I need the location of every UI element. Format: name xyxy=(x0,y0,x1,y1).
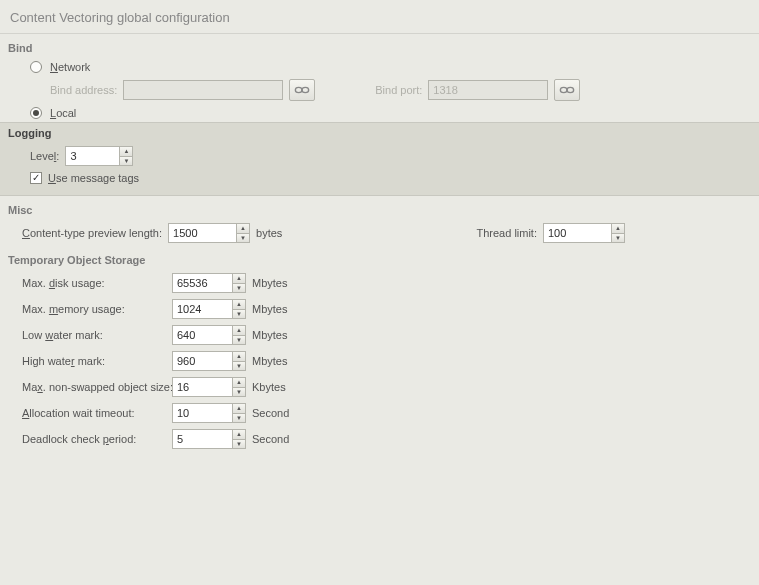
use-message-tags-label: Use message tags xyxy=(48,172,139,184)
storage-row-label: High water mark: xyxy=(22,355,172,367)
spin-up-icon[interactable]: ▲ xyxy=(233,274,245,284)
storage-row: Max. disk usage:▲▼Mbytes xyxy=(0,270,759,296)
spin-up-icon[interactable]: ▲ xyxy=(612,224,624,234)
storage-row-unit: Mbytes xyxy=(252,303,287,315)
storage-row-spinner[interactable]: ▲▼ xyxy=(172,273,246,293)
bind-address-input xyxy=(123,80,283,100)
spin-down-icon[interactable]: ▼ xyxy=(233,440,245,449)
bind-local-row[interactable]: Local xyxy=(0,104,759,122)
bind-address-link-icon[interactable] xyxy=(289,79,315,101)
logging-level-row: Level: ▲▼ xyxy=(8,143,751,169)
bind-network-radio[interactable] xyxy=(30,61,42,73)
storage-row-spinner[interactable]: ▲▼ xyxy=(172,325,246,345)
storage-row: Deadlock check period:▲▼Second xyxy=(0,426,759,452)
storage-row-label: Allocation wait timeout: xyxy=(22,407,172,419)
preview-length-input[interactable] xyxy=(168,223,236,243)
logging-level-label: Level: xyxy=(30,150,59,162)
storage-row-label: Low water mark: xyxy=(22,329,172,341)
use-message-tags-checkbox[interactable] xyxy=(30,172,42,184)
config-page: Content Vectoring global configuration B… xyxy=(0,0,759,452)
preview-length-unit: bytes xyxy=(256,227,282,239)
spin-down-icon[interactable]: ▼ xyxy=(233,284,245,293)
storage-row-label: Deadlock check period: xyxy=(22,433,172,445)
storage-row: Low water mark:▲▼Mbytes xyxy=(0,322,759,348)
svg-point-1 xyxy=(302,87,309,92)
logging-tags-row[interactable]: Use message tags xyxy=(8,169,751,187)
storage-heading: Temporary Object Storage xyxy=(0,246,759,270)
storage-row-unit: Mbytes xyxy=(252,277,287,289)
storage-row-input[interactable] xyxy=(172,299,232,319)
bind-heading: Bind xyxy=(0,34,759,58)
spin-down-icon[interactable]: ▼ xyxy=(233,388,245,397)
bind-port-input xyxy=(428,80,548,100)
preview-length-spinner[interactable]: ▲▼ xyxy=(168,223,250,243)
logging-heading: Logging xyxy=(8,127,751,143)
spin-up-icon[interactable]: ▲ xyxy=(233,326,245,336)
storage-row-spinner[interactable]: ▲▼ xyxy=(172,403,246,423)
chain-link-icon xyxy=(294,85,310,95)
spin-down-icon[interactable]: ▼ xyxy=(233,414,245,423)
storage-row: Allocation wait timeout:▲▼Second xyxy=(0,400,759,426)
spin-up-icon[interactable]: ▲ xyxy=(233,430,245,440)
svg-point-3 xyxy=(567,87,574,92)
bind-network-row[interactable]: Network xyxy=(0,58,759,76)
storage-row-input[interactable] xyxy=(172,325,232,345)
storage-rows: Max. disk usage:▲▼MbytesMax. memory usag… xyxy=(0,270,759,452)
svg-point-0 xyxy=(296,87,303,92)
storage-row-label: Max. disk usage: xyxy=(22,277,172,289)
storage-row-spinner[interactable]: ▲▼ xyxy=(172,429,246,449)
chain-link-icon xyxy=(559,85,575,95)
spin-down-icon[interactable]: ▼ xyxy=(120,157,132,166)
svg-point-2 xyxy=(561,87,568,92)
spin-down-icon[interactable]: ▼ xyxy=(233,362,245,371)
spin-up-icon[interactable]: ▲ xyxy=(237,224,249,234)
storage-row-unit: Mbytes xyxy=(252,355,287,367)
storage-row-unit: Second xyxy=(252,433,289,445)
bind-local-label: Local xyxy=(50,107,76,119)
bind-port-link-icon[interactable] xyxy=(554,79,580,101)
bind-address-port-row: Bind address: Bind port: xyxy=(0,76,759,104)
thread-limit-label: Thread limit: xyxy=(476,227,537,239)
logging-section: Logging Level: ▲▼ Use message tags xyxy=(0,122,759,196)
storage-row-spinner[interactable]: ▲▼ xyxy=(172,299,246,319)
page-title: Content Vectoring global configuration xyxy=(0,0,759,34)
storage-row-label: Max. memory usage: xyxy=(22,303,172,315)
logging-level-input[interactable] xyxy=(65,146,119,166)
storage-row: High water mark:▲▼Mbytes xyxy=(0,348,759,374)
storage-row-label: Max. non-swapped object size: xyxy=(22,381,172,393)
thread-limit-input[interactable] xyxy=(543,223,611,243)
bind-local-radio[interactable] xyxy=(30,107,42,119)
spin-down-icon[interactable]: ▼ xyxy=(233,310,245,319)
storage-row-input[interactable] xyxy=(172,377,232,397)
bind-port-label: Bind port: xyxy=(375,84,422,96)
spin-up-icon[interactable]: ▲ xyxy=(233,300,245,310)
storage-row-unit: Mbytes xyxy=(252,329,287,341)
bind-network-label: Network xyxy=(50,61,90,73)
misc-row: Content-type preview length: ▲▼ bytes Th… xyxy=(0,220,759,246)
logging-level-spinner[interactable]: ▲▼ xyxy=(65,146,133,166)
spin-up-icon[interactable]: ▲ xyxy=(233,378,245,388)
spin-up-icon[interactable]: ▲ xyxy=(233,404,245,414)
storage-row-input[interactable] xyxy=(172,351,232,371)
spin-down-icon[interactable]: ▼ xyxy=(612,234,624,243)
storage-row-unit: Kbytes xyxy=(252,381,286,393)
spin-up-icon[interactable]: ▲ xyxy=(120,147,132,157)
storage-row-spinner[interactable]: ▲▼ xyxy=(172,377,246,397)
storage-row-input[interactable] xyxy=(172,403,232,423)
misc-heading: Misc xyxy=(0,196,759,220)
spin-down-icon[interactable]: ▼ xyxy=(233,336,245,345)
thread-limit-spinner[interactable]: ▲▼ xyxy=(543,223,625,243)
bind-address-label: Bind address: xyxy=(50,84,117,96)
storage-row-spinner[interactable]: ▲▼ xyxy=(172,351,246,371)
spin-down-icon[interactable]: ▼ xyxy=(237,234,249,243)
storage-row-input[interactable] xyxy=(172,429,232,449)
storage-row: Max. memory usage:▲▼Mbytes xyxy=(0,296,759,322)
preview-length-label: Content-type preview length: xyxy=(22,227,162,239)
spin-up-icon[interactable]: ▲ xyxy=(233,352,245,362)
storage-row: Max. non-swapped object size:▲▼Kbytes xyxy=(0,374,759,400)
storage-row-input[interactable] xyxy=(172,273,232,293)
storage-row-unit: Second xyxy=(252,407,289,419)
